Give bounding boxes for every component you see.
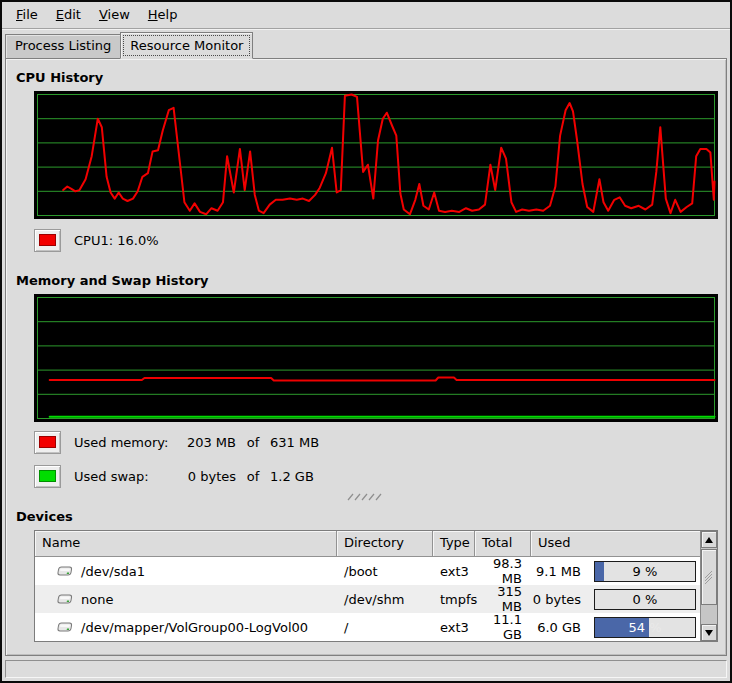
device-type-cell: ext3 — [433, 564, 475, 579]
device-name-cell: none — [35, 592, 337, 607]
scroll-down-icon — [705, 630, 713, 636]
swap-total-value: 1.2 GB — [270, 469, 330, 484]
swap-legend-label: Used swap: — [74, 469, 178, 484]
device-used-cell: 6.0 GB 54 % 54 % — [531, 617, 700, 638]
cpu-graph-canvas — [34, 91, 718, 219]
devices-vertical-scrollbar[interactable] — [700, 531, 717, 641]
scroll-up-button[interactable] — [701, 531, 717, 548]
devices-table-header: Name Directory Type Total Used — [35, 531, 700, 557]
devices-table: Name Directory Type Total Used — [34, 530, 718, 642]
usage-progress-fill: 54 % — [595, 618, 649, 637]
memory-color-chip — [39, 436, 56, 448]
memory-color-swatch-button[interactable] — [34, 431, 61, 454]
usage-progress-bar: 0 % 0 % — [594, 589, 696, 610]
memory-used-value: 203 MB — [178, 435, 236, 450]
drive-icon — [56, 620, 74, 634]
resource-monitor-page: CPU History CPU1: 16.0% Memory and Swap … — [5, 58, 727, 656]
device-directory-cell: / — [337, 620, 433, 635]
cpu-color-chip — [39, 234, 56, 246]
status-bar — [5, 660, 727, 678]
scrollbar-grip-icon — [704, 570, 714, 584]
column-header-type[interactable]: Type — [433, 531, 475, 557]
device-total-cell: 315 MB — [475, 584, 531, 614]
column-header-name[interactable]: Name — [35, 531, 337, 557]
cpu-history-graph — [34, 91, 718, 219]
memory-graph-canvas — [34, 294, 718, 422]
device-name-cell: /dev/sda1 — [35, 564, 337, 579]
scrollbar-thumb[interactable] — [701, 549, 717, 605]
menu-file[interactable]: File — [8, 5, 48, 25]
device-row-none[interactable]: none /dev/shm tmpfs 315 MB 0 bytes 0 % 0… — [35, 585, 700, 613]
menubar: File Edit View Help — [2, 2, 730, 28]
scroll-up-icon — [705, 537, 713, 543]
swap-color-chip — [39, 470, 56, 482]
swap-color-swatch-button[interactable] — [34, 465, 61, 488]
drive-icon — [56, 564, 74, 578]
usage-progress-bar: 9 % 9 % — [594, 561, 696, 582]
column-header-directory[interactable]: Directory — [337, 531, 433, 557]
pane-grip-icon — [347, 493, 387, 501]
swap-used-value: 0 bytes — [178, 469, 236, 484]
memory-legend-label: Used memory: — [74, 435, 178, 450]
device-type-cell: ext3 — [433, 620, 475, 635]
usage-progress-bar: 54 % 54 % — [594, 617, 696, 638]
device-used-cell: 9.1 MB 9 % 9 % — [531, 561, 700, 582]
memory-total-value: 631 MB — [270, 435, 330, 450]
device-name-cell: /dev/mapper/VolGroup00-LogVol00 — [35, 620, 337, 635]
system-monitor-window: File Edit View Help Process Listing Reso… — [0, 0, 732, 683]
memory-of-label: of — [236, 435, 270, 450]
usage-progress-fill: 9 % — [595, 562, 604, 581]
device-row-volgroup[interactable]: /dev/mapper/VolGroup00-LogVol00 / ext3 1… — [35, 613, 700, 641]
swap-of-label: of — [236, 469, 270, 484]
scroll-down-button[interactable] — [701, 624, 717, 641]
column-header-used[interactable]: Used — [531, 531, 700, 557]
menu-edit[interactable]: Edit — [48, 5, 91, 25]
device-row-sda1[interactable]: /dev/sda1 /boot ext3 98.3 MB 9.1 MB 9 % … — [35, 557, 700, 585]
pane-resize-grip[interactable] — [12, 492, 722, 502]
tab-process-listing[interactable]: Process Listing — [5, 34, 120, 58]
device-directory-cell: /boot — [337, 564, 433, 579]
swap-legend-row: Used swap: 0 bytes of 1.2 GB — [34, 464, 722, 488]
device-type-cell: tmpfs — [433, 592, 475, 607]
memory-history-title: Memory and Swap History — [16, 272, 722, 289]
device-total-cell: 11.1 GB — [475, 612, 531, 641]
tab-bar: Process Listing Resource Monitor — [2, 30, 730, 58]
memory-swap-graph — [34, 294, 718, 422]
memory-legend-row: Used memory: 203 MB of 631 MB — [34, 430, 722, 454]
devices-table-main: Name Directory Type Total Used — [35, 531, 700, 641]
devices-title: Devices — [16, 508, 722, 525]
device-directory-cell: /dev/shm — [337, 592, 433, 607]
column-header-total[interactable]: Total — [475, 531, 531, 557]
menu-help[interactable]: Help — [140, 5, 188, 25]
tab-resource-monitor[interactable]: Resource Monitor — [120, 32, 253, 59]
device-total-cell: 98.3 MB — [475, 556, 531, 586]
device-used-cell: 0 bytes 0 % 0 % — [531, 589, 700, 610]
cpu-color-swatch-button[interactable] — [34, 229, 61, 252]
cpu-legend-label: CPU1: 16.0% — [74, 233, 159, 248]
drive-icon — [56, 592, 74, 606]
cpu-legend: CPU1: 16.0% — [34, 228, 722, 252]
cpu-history-title: CPU History — [16, 69, 722, 86]
menu-view[interactable]: View — [91, 5, 140, 25]
